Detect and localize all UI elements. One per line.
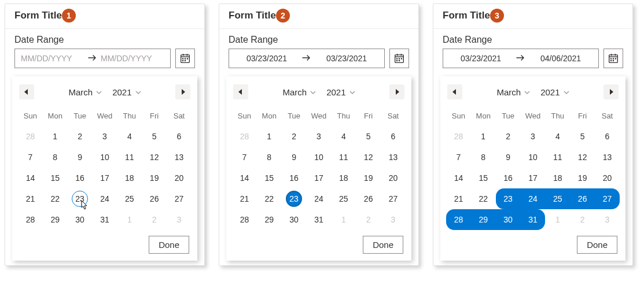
calendar-day[interactable]: 5 bbox=[356, 126, 381, 147]
calendar-day[interactable]: 12 bbox=[570, 147, 595, 168]
calendar-day[interactable]: 24 bbox=[307, 188, 332, 209]
calendar-day[interactable]: 30 bbox=[282, 209, 307, 230]
calendar-day[interactable]: 23 bbox=[496, 188, 521, 209]
calendar-day[interactable]: 23 bbox=[68, 188, 93, 209]
calendar-day[interactable]: 7 bbox=[18, 147, 43, 168]
next-month-button[interactable] bbox=[175, 84, 190, 99]
start-date-value[interactable]: 03/23/2021 bbox=[235, 54, 299, 63]
calendar-day[interactable]: 15 bbox=[43, 168, 68, 188]
calendar-day[interactable]: 19 bbox=[356, 168, 381, 188]
year-dropdown[interactable]: 2021 bbox=[109, 86, 144, 98]
calendar-day[interactable]: 26 bbox=[570, 188, 595, 209]
calendar-day[interactable]: 19 bbox=[570, 168, 595, 188]
calendar-day[interactable]: 20 bbox=[381, 168, 406, 188]
calendar-day[interactable]: 31 bbox=[521, 209, 546, 230]
calendar-day[interactable]: 2 bbox=[496, 126, 521, 147]
calendar-day[interactable]: 2 bbox=[68, 126, 93, 147]
calendar-day[interactable]: 23 bbox=[282, 188, 307, 209]
calendar-day[interactable]: 17 bbox=[521, 168, 546, 188]
calendar-day[interactable]: 25 bbox=[117, 188, 142, 209]
calendar-day[interactable]: 3 bbox=[93, 126, 117, 147]
prev-month-button[interactable] bbox=[447, 84, 462, 99]
calendar-day[interactable]: 1 bbox=[331, 209, 356, 230]
calendar-day[interactable]: 25 bbox=[545, 188, 570, 209]
calendar-day[interactable]: 20 bbox=[595, 168, 620, 188]
calendar-day[interactable]: 22 bbox=[43, 188, 68, 209]
year-dropdown[interactable]: 2021 bbox=[323, 86, 358, 98]
calendar-day[interactable]: 9 bbox=[496, 147, 521, 168]
done-button[interactable]: Done bbox=[363, 236, 403, 254]
calendar-day[interactable]: 21 bbox=[446, 188, 471, 209]
month-dropdown[interactable]: March bbox=[279, 86, 319, 98]
date-range-input[interactable]: 03/23/202103/23/2021 bbox=[229, 49, 385, 68]
next-month-button[interactable] bbox=[389, 84, 404, 99]
calendar-day[interactable]: 16 bbox=[496, 168, 521, 188]
calendar-day[interactable]: 1 bbox=[257, 126, 282, 147]
calendar-day[interactable]: 22 bbox=[257, 188, 282, 209]
calendar-day[interactable]: 11 bbox=[545, 147, 570, 168]
calendar-day[interactable]: 28 bbox=[446, 126, 471, 147]
month-dropdown[interactable]: March bbox=[65, 86, 105, 98]
calendar-day[interactable]: 12 bbox=[142, 147, 167, 168]
calendar-day[interactable]: 4 bbox=[545, 126, 570, 147]
calendar-day[interactable]: 16 bbox=[68, 168, 93, 188]
calendar-day[interactable]: 11 bbox=[117, 147, 142, 168]
calendar-icon-button[interactable] bbox=[389, 49, 409, 68]
calendar-day[interactable]: 13 bbox=[595, 147, 620, 168]
calendar-day[interactable]: 26 bbox=[356, 188, 381, 209]
calendar-day[interactable]: 2 bbox=[356, 209, 381, 230]
calendar-day[interactable]: 3 bbox=[307, 126, 332, 147]
calendar-day[interactable]: 1 bbox=[471, 126, 496, 147]
calendar-day[interactable]: 29 bbox=[257, 209, 282, 230]
calendar-day[interactable]: 29 bbox=[43, 209, 68, 230]
calendar-day[interactable]: 27 bbox=[381, 188, 406, 209]
calendar-day[interactable]: 31 bbox=[93, 209, 117, 230]
calendar-day[interactable]: 6 bbox=[167, 126, 192, 147]
calendar-day[interactable]: 1 bbox=[43, 126, 68, 147]
calendar-day[interactable]: 19 bbox=[142, 168, 167, 188]
calendar-day[interactable]: 9 bbox=[68, 147, 93, 168]
calendar-day[interactable]: 2 bbox=[142, 209, 167, 230]
end-date-value[interactable]: 03/23/2021 bbox=[315, 54, 378, 63]
calendar-day[interactable]: 14 bbox=[446, 168, 471, 188]
calendar-day[interactable]: 6 bbox=[595, 126, 620, 147]
calendar-day[interactable]: 28 bbox=[18, 209, 43, 230]
calendar-day[interactable]: 30 bbox=[68, 209, 93, 230]
date-range-input[interactable]: 03/23/202104/06/2021 bbox=[443, 49, 599, 68]
calendar-day[interactable]: 9 bbox=[282, 147, 307, 168]
calendar-day[interactable]: 1 bbox=[545, 209, 570, 230]
calendar-day[interactable]: 15 bbox=[471, 168, 496, 188]
end-date-value[interactable]: 04/06/2021 bbox=[529, 54, 593, 63]
date-range-input[interactable]: MM/DD/YYYYMM/DD/YYYY bbox=[14, 49, 171, 68]
done-button[interactable]: Done bbox=[577, 236, 617, 254]
calendar-day[interactable]: 28 bbox=[18, 126, 43, 147]
calendar-day[interactable]: 27 bbox=[167, 188, 192, 209]
calendar-day[interactable]: 13 bbox=[381, 147, 406, 168]
calendar-day[interactable]: 28 bbox=[232, 209, 257, 230]
calendar-day[interactable]: 14 bbox=[18, 168, 43, 188]
calendar-day[interactable]: 5 bbox=[142, 126, 167, 147]
calendar-day[interactable]: 15 bbox=[257, 168, 282, 188]
calendar-day[interactable]: 2 bbox=[570, 209, 595, 230]
calendar-day[interactable]: 4 bbox=[117, 126, 142, 147]
calendar-day[interactable]: 8 bbox=[471, 147, 496, 168]
calendar-day[interactable]: 20 bbox=[167, 168, 192, 188]
start-date-value[interactable]: MM/DD/YYYY bbox=[21, 54, 84, 63]
calendar-day[interactable]: 18 bbox=[545, 168, 570, 188]
calendar-day[interactable]: 10 bbox=[307, 147, 332, 168]
calendar-day[interactable]: 30 bbox=[496, 209, 521, 230]
calendar-day[interactable]: 21 bbox=[232, 188, 257, 209]
calendar-day[interactable]: 14 bbox=[232, 168, 257, 188]
next-month-button[interactable] bbox=[603, 84, 619, 99]
start-date-value[interactable]: 03/23/2021 bbox=[449, 54, 513, 63]
prev-month-button[interactable] bbox=[19, 84, 34, 99]
calendar-day[interactable]: 16 bbox=[282, 168, 307, 188]
calendar-day[interactable]: 24 bbox=[521, 188, 546, 209]
calendar-day[interactable]: 22 bbox=[471, 188, 496, 209]
calendar-day[interactable]: 1 bbox=[117, 209, 142, 230]
calendar-day[interactable]: 24 bbox=[93, 188, 117, 209]
calendar-day[interactable]: 5 bbox=[570, 126, 595, 147]
calendar-day[interactable]: 6 bbox=[381, 126, 406, 147]
calendar-day[interactable]: 12 bbox=[356, 147, 381, 168]
month-dropdown[interactable]: March bbox=[493, 86, 533, 98]
